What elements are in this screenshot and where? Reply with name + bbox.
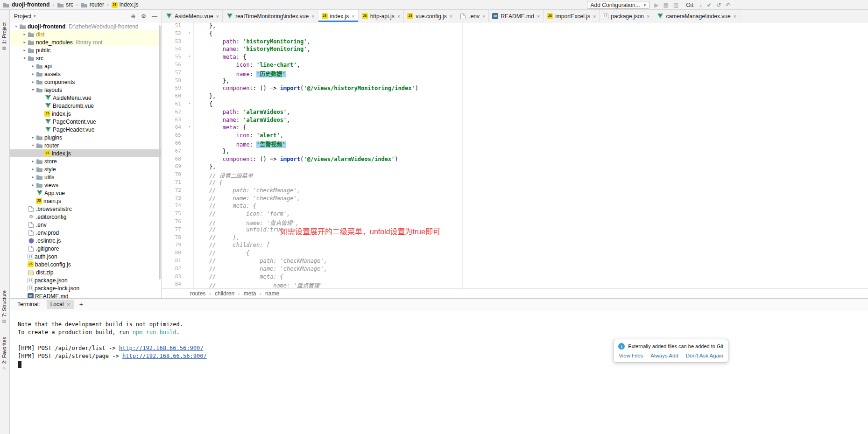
- hide-panel-icon[interactable]: —: [152, 13, 157, 20]
- code-area[interactable]: 51 },52▾ {53 path: 'historyMonitoring',5…: [162, 22, 868, 288]
- tab-close-icon[interactable]: ×: [734, 14, 736, 19]
- tab-close-icon[interactable]: ×: [647, 14, 649, 19]
- tab-close-icon[interactable]: ×: [593, 14, 596, 19]
- dont-ask-again-link[interactable]: Don't Ask Again: [686, 353, 723, 358]
- tree-item[interactable]: ▾src: [10, 54, 161, 62]
- tree-item[interactable]: JSindex.js: [10, 110, 161, 118]
- editor-tab[interactable]: JSimportExcel.js×: [543, 10, 600, 22]
- expand-arrow-icon[interactable]: ▸: [30, 175, 36, 179]
- project-scrollbar[interactable]: [159, 25, 161, 280]
- git-commit-button[interactable]: ✔: [707, 2, 712, 8]
- tree-item[interactable]: .eslintrc.js: [10, 237, 161, 245]
- editor-tab[interactable]: MDREADME.md×: [489, 10, 543, 22]
- terminal-tab-local[interactable]: Local ×: [47, 300, 74, 309]
- git-history-button[interactable]: ↺: [716, 2, 721, 8]
- view-files-link[interactable]: View Files: [619, 353, 643, 358]
- chevron-down-icon[interactable]: ▾: [34, 14, 35, 18]
- run-configuration-select[interactable]: Add Configuration... ▾: [587, 1, 650, 9]
- tree-item[interactable]: ⚙.editorconfig: [10, 213, 161, 221]
- breadcrumb-item[interactable]: duoji-frontend: [3, 1, 49, 8]
- breadcrumb-item[interactable]: JSindex.js: [112, 1, 139, 8]
- tree-item[interactable]: ▸style: [10, 165, 161, 173]
- tab-close-icon[interactable]: ×: [311, 14, 314, 19]
- tree-item[interactable]: .env: [10, 221, 161, 229]
- tree-item[interactable]: JSindex.js: [10, 149, 161, 157]
- tree-item[interactable]: .gitignore: [10, 245, 161, 252]
- terminal-link[interactable]: http://192.168.66.56:9007: [122, 353, 207, 359]
- tab-close-icon[interactable]: ×: [537, 14, 540, 19]
- editor-tab[interactable]: cameraManage\index.vue×: [653, 10, 740, 22]
- expand-arrow-icon[interactable]: ▸: [21, 40, 28, 44]
- run-button[interactable]: ▶: [654, 2, 658, 8]
- tab-close-icon[interactable]: ×: [450, 14, 452, 19]
- tree-item[interactable]: {}auth.json: [10, 252, 161, 260]
- profiler-icon[interactable]: ▥: [673, 2, 678, 8]
- fold-marker-icon[interactable]: ▾: [188, 54, 191, 58]
- project-tree[interactable]: ▾duoji-frontendD:\zheheWeb\duoji-fronten…: [10, 22, 161, 298]
- tree-item[interactable]: ▸views: [10, 181, 161, 189]
- project-panel-title[interactable]: Project: [14, 13, 31, 20]
- collapse-arrow-icon[interactable]: ▾: [13, 24, 19, 28]
- breadcrumb-item[interactable]: name: [265, 290, 279, 297]
- tree-item[interactable]: ▾layouts: [10, 86, 161, 94]
- editor-tab[interactable]: JShttp-api.js×: [359, 10, 404, 22]
- breadcrumb-item[interactable]: src: [57, 1, 73, 8]
- expand-arrow-icon[interactable]: ▸: [30, 167, 36, 171]
- tool-window-favorites[interactable]: ☆ 2: Favorites: [1, 337, 7, 371]
- tree-item[interactable]: {}package.json: [10, 276, 161, 284]
- tree-item[interactable]: ▸assets: [10, 70, 161, 78]
- tool-window-structure[interactable]: ▤ 7: Structure: [1, 290, 7, 324]
- expand-arrow-icon[interactable]: ▸: [30, 72, 36, 76]
- breadcrumb-item[interactable]: routes: [190, 290, 205, 297]
- tab-close-icon[interactable]: ×: [397, 14, 400, 19]
- tree-item[interactable]: MDREADME.md: [10, 292, 161, 298]
- new-terminal-button[interactable]: +: [79, 301, 83, 308]
- always-add-link[interactable]: Always Add: [650, 353, 678, 358]
- collapse-arrow-icon[interactable]: ▾: [30, 88, 36, 92]
- tree-item[interactable]: PageContent.vue: [10, 118, 161, 126]
- editor-tab[interactable]: AsideMenu.vue×: [162, 10, 223, 22]
- terminal-link[interactable]: http://192.168.66.56:9007: [119, 345, 204, 351]
- expand-arrow-icon[interactable]: ▸: [30, 80, 36, 84]
- coverage-icon[interactable]: ▦: [663, 2, 668, 8]
- git-update-button[interactable]: ↓: [699, 2, 702, 8]
- tool-window-project[interactable]: ▦ 1: Project: [1, 22, 7, 51]
- tree-item[interactable]: ▸api: [10, 62, 161, 70]
- editor-tab[interactable]: JSindex.js×: [318, 10, 359, 22]
- tree-item[interactable]: ▸store: [10, 157, 161, 165]
- git-rollback-button[interactable]: ↶: [726, 2, 730, 8]
- fold-marker-icon[interactable]: ▾: [188, 31, 191, 35]
- tree-item[interactable]: Breadcrumb.vue: [10, 102, 161, 110]
- breadcrumb-item[interactable]: router: [81, 1, 104, 8]
- tree-item[interactable]: ▸node_moduleslibrary root: [10, 38, 161, 46]
- tree-item[interactable]: ▸public: [10, 46, 161, 54]
- fold-marker-icon[interactable]: ▾: [188, 101, 191, 105]
- expand-arrow-icon[interactable]: ▸: [30, 135, 36, 140]
- tree-item[interactable]: ▾duoji-frontendD:\zheheWeb\duoji-fronten…: [10, 22, 161, 30]
- tab-close-icon[interactable]: ×: [482, 14, 485, 19]
- tree-item[interactable]: AsideMenu.vue: [10, 94, 161, 102]
- tab-close-icon[interactable]: ×: [216, 14, 219, 19]
- collapse-arrow-icon[interactable]: ▾: [30, 143, 36, 147]
- locate-file-icon[interactable]: ⊕: [131, 13, 135, 20]
- fold-marker-icon[interactable]: ▾: [188, 125, 191, 129]
- expand-arrow-icon[interactable]: ▸: [30, 64, 36, 68]
- tree-item[interactable]: ▸utils: [10, 173, 161, 181]
- tab-close-icon[interactable]: ×: [352, 14, 354, 19]
- editor-tab[interactable]: .env×: [456, 10, 489, 22]
- expand-arrow-icon[interactable]: ▸: [21, 48, 28, 52]
- editor-tab[interactable]: JSvue.config.js×: [404, 10, 456, 22]
- tree-item[interactable]: .env.prod: [10, 229, 161, 237]
- tree-item[interactable]: {}package-lock.json: [10, 284, 161, 292]
- editor-tab[interactable]: {}package.json×: [600, 10, 653, 22]
- terminal-tab-close-icon[interactable]: ×: [67, 301, 70, 307]
- collapse-arrow-icon[interactable]: ▾: [21, 56, 28, 60]
- expand-arrow-icon[interactable]: ▸: [30, 159, 36, 163]
- tree-item[interactable]: dist.zip: [10, 268, 161, 276]
- settings-gear-icon[interactable]: ⚙: [141, 13, 146, 20]
- editor-tab[interactable]: realTimeMonitoring\index.vue×: [223, 10, 318, 22]
- tree-item[interactable]: ▾router: [10, 141, 161, 149]
- expand-arrow-icon[interactable]: ▸: [21, 32, 28, 36]
- tree-item[interactable]: JSmain.js: [10, 197, 161, 205]
- tree-item[interactable]: ▸plugins: [10, 133, 161, 141]
